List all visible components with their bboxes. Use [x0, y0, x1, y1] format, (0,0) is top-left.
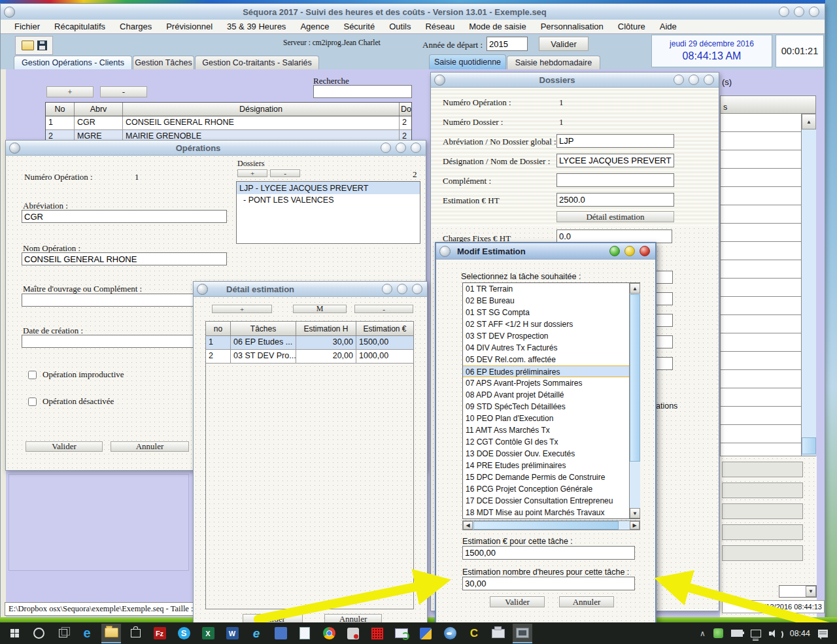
valider-button[interactable]: Valider [490, 596, 545, 607]
maximize-button[interactable] [624, 246, 635, 256]
table-row[interactable]: 1 06 EP Etudes ... 30,00 1500,00 [206, 336, 413, 350]
dossiers-titlebar[interactable]: Dossiers [431, 73, 719, 88]
menu-previsionnel[interactable]: Prévisionnel [159, 22, 220, 31]
menu-personnalisation[interactable]: Personnalisation [534, 22, 611, 31]
right-panel-scrollbar[interactable]: ▲ [801, 114, 816, 456]
list-item[interactable]: 04 DIV Autres Tx Facturés [463, 342, 629, 354]
close-button[interactable] [411, 143, 421, 153]
list-item[interactable]: 15 DPC Demande Permis de Construire [463, 471, 629, 483]
main-titlebar[interactable]: Séquora 2017 - Suivi des heures et des c… [1, 4, 825, 20]
skype-button[interactable]: S [174, 624, 194, 643]
list-item[interactable] [722, 503, 803, 519]
scrollbar-thumb[interactable] [473, 521, 619, 530]
tab-gestion-operations-clients[interactable]: Gestion Opérations - Clients [14, 56, 132, 69]
list-item[interactable]: 03 ST DEV Prospection [463, 330, 629, 342]
sequora-app-button[interactable] [513, 624, 532, 643]
list-item[interactable]: 17 DCE Dossier Consultation Entrepreneu [463, 495, 629, 507]
action-center-button[interactable] [818, 630, 828, 637]
date-combobox[interactable]: ▼ [779, 585, 817, 598]
open-file-icon[interactable] [22, 41, 34, 50]
start-button[interactable] [5, 624, 24, 643]
detail-add-button[interactable]: + [212, 305, 272, 313]
detail-titlebar[interactable]: Détail estimation [194, 282, 427, 297]
menu-recapitulatifs[interactable]: Récapitulatifs [47, 22, 112, 31]
table-row[interactable]: 1 CGR CONSEIL GENERAL RHONE 2 [46, 116, 411, 130]
client-add-button[interactable]: + [46, 86, 94, 97]
dossier-remove-button[interactable]: - [270, 169, 300, 177]
minimize-button[interactable] [609, 246, 620, 256]
close-button[interactable] [412, 284, 422, 294]
list-item[interactable]: 09 STD SpécTech Détaillées [463, 401, 629, 413]
charges-fixes-input[interactable] [556, 229, 672, 243]
valider-button[interactable]: Valider [26, 441, 103, 452]
list-item[interactable] [722, 462, 803, 477]
scroll-right-icon[interactable]: ▶ [630, 521, 640, 530]
maximize-button[interactable] [689, 75, 699, 85]
tab-saisie-quotidienne[interactable]: Saisie quotidienne [429, 54, 506, 69]
save-file-icon[interactable] [37, 41, 47, 50]
operation-improductive-checkbox[interactable] [28, 371, 37, 379]
estimation-heures-input[interactable] [462, 577, 635, 590]
close-button[interactable] [640, 246, 650, 256]
scrollbar-thumb[interactable] [630, 294, 640, 462]
task-list-hscrollbar[interactable]: ◀ ▶ [462, 520, 640, 530]
operations-titlebar[interactable]: Opérations [6, 141, 426, 156]
dossier-add-button[interactable]: + [237, 169, 267, 177]
dossiers-listbox[interactable]: LJP - LYCEE JACQUES PREVERT - PONT LES V… [236, 181, 420, 244]
close-button[interactable] [704, 75, 714, 85]
chevron-down-icon[interactable]: ▼ [806, 586, 816, 597]
date-creation-input[interactable] [22, 335, 198, 348]
menu-mode-de-saisie[interactable]: Mode de saisie [462, 22, 533, 31]
scroll-up-icon[interactable]: ▲ [802, 114, 816, 129]
scroll-left-icon[interactable]: ◀ [463, 521, 473, 530]
maximize-button[interactable] [397, 284, 407, 294]
minimize-button[interactable] [674, 75, 684, 85]
scroll-down-icon[interactable]: ▼ [630, 508, 640, 518]
start-year-input[interactable] [487, 37, 528, 51]
cortana-button[interactable] [29, 624, 48, 643]
tray-green-app[interactable] [713, 628, 723, 638]
nom-operation-input[interactable] [22, 252, 227, 265]
battery-status[interactable] [731, 630, 743, 637]
annuler-button[interactable]: Annuler [559, 596, 614, 607]
designation-dossier-input[interactable] [556, 154, 674, 167]
detail-m-button[interactable]: M [293, 305, 347, 313]
menu-aide[interactable]: Aide [653, 22, 684, 31]
list-item[interactable]: 08 APD Avant projet Détaillé [463, 389, 629, 401]
volume-control[interactable] [769, 629, 782, 637]
menu-charges[interactable]: Charges [112, 22, 159, 31]
abreviation-dossier-input[interactable] [556, 134, 674, 148]
chrome-button[interactable] [319, 624, 339, 643]
right-panel-rows[interactable] [721, 114, 801, 456]
list-item[interactable]: - PONT LES VALENCES [237, 194, 420, 207]
tab-gestion-taches[interactable]: Gestion Tâches [133, 56, 194, 69]
notepad-button[interactable] [295, 624, 315, 643]
search-input[interactable] [313, 85, 412, 98]
detail-remove-button[interactable]: - [354, 305, 413, 313]
list-item[interactable]: 13 DOE Dossier Ouv. Executés [463, 448, 629, 460]
blue-app-button[interactable] [271, 624, 290, 643]
gray-red-app-button[interactable] [343, 624, 363, 643]
blue-yellow-app-button[interactable] [416, 624, 436, 643]
maximize-button[interactable] [794, 7, 804, 17]
table-row[interactable]: 2 03 ST DEV Pro... 20,00 1000,00 [206, 350, 413, 364]
maximize-button[interactable] [396, 143, 406, 153]
list-item-selected[interactable]: 06 EP Etudes préliminaires [463, 365, 629, 377]
list-item[interactable]: 07 APS Avant-Projets Sommaires [463, 377, 629, 389]
minimize-button[interactable] [779, 7, 789, 17]
word-button[interactable]: W [222, 624, 242, 643]
thunderbird-button[interactable] [440, 624, 460, 643]
fax-button[interactable] [488, 624, 508, 643]
list-item[interactable]: 10 PEO Plan d'Execution [463, 413, 629, 424]
store-button[interactable] [126, 624, 145, 643]
ccleaner-button[interactable]: C [464, 624, 484, 643]
minimize-button[interactable] [381, 143, 391, 153]
file-explorer-button[interactable] [101, 624, 121, 643]
filezilla-button[interactable]: Fz [150, 624, 169, 643]
tab-saisie-hebdomadaire[interactable]: Saisie hebdomadaire [507, 56, 600, 69]
annuler-button[interactable]: Annuler [111, 441, 189, 452]
pc-sync-button[interactable] [392, 624, 411, 643]
internet-explorer-button[interactable]: e [247, 624, 266, 643]
list-item[interactable] [722, 524, 803, 540]
menu-35-39-heures[interactable]: 35 & 39 Heures [220, 22, 293, 31]
